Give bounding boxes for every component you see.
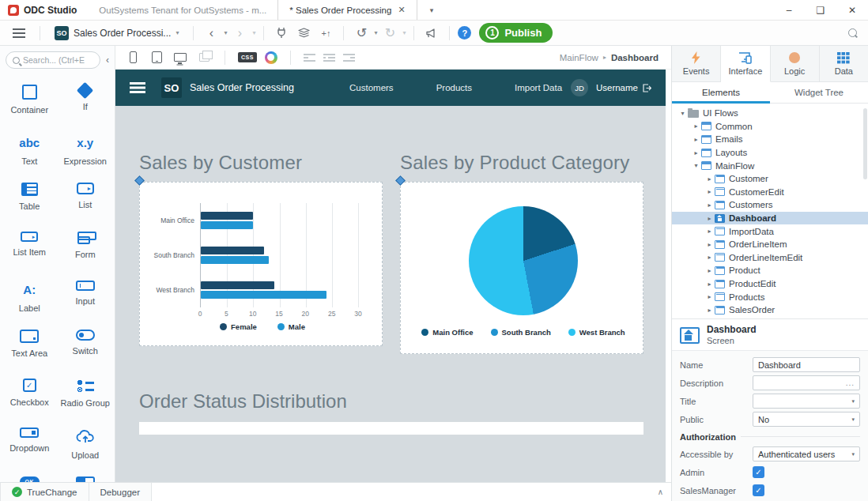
close-tab-icon[interactable]: ✕ — [398, 5, 405, 15]
undo-history-dropdown[interactable]: ▾ — [374, 29, 377, 36]
chevron-right-icon[interactable]: ▸ — [705, 188, 714, 195]
close-button[interactable]: ✕ — [836, 0, 868, 20]
chevron-right-icon[interactable]: ▸ — [705, 228, 714, 235]
username-menu[interactable]: Username — [596, 83, 651, 92]
chevron-right-icon[interactable]: ▸ — [705, 293, 714, 300]
chevron-right-icon[interactable]: ▸ — [692, 136, 700, 143]
app-logo-badge[interactable]: SO — [161, 77, 182, 98]
redo-button[interactable]: ↻ — [380, 24, 399, 43]
tab-logic[interactable]: Logic — [771, 46, 820, 81]
tree-item-orderlineitem[interactable]: ▸OrderLineItem — [672, 238, 868, 251]
toolbox-item-button[interactable]: OKButton — [2, 477, 58, 482]
tab-list-dropdown[interactable]: ▾ — [417, 0, 447, 20]
collapse-toolbox-icon[interactable]: ‹ — [104, 55, 111, 66]
order-status-widget[interactable] — [139, 422, 643, 435]
tree-item-product[interactable]: ▸Product — [672, 264, 868, 277]
toolbox-item-if[interactable]: If — [58, 85, 114, 118]
toolbox-item-expression[interactable]: x.yExpression — [58, 134, 114, 167]
chevron-right-icon[interactable]: ▸ — [705, 281, 714, 288]
tree-item-productedit[interactable]: ▸ProductEdit — [672, 277, 868, 291]
back-history-dropdown[interactable]: ▾ — [224, 29, 227, 36]
rotate-preview-icon[interactable] — [196, 50, 212, 66]
chevron-down-icon[interactable]: ▾ — [678, 110, 687, 117]
title-select[interactable]: ▾ — [753, 394, 860, 409]
tab-data[interactable]: Data — [820, 46, 868, 81]
truechange-tab[interactable]: ✓ TrueChange — [0, 483, 89, 501]
redo-history-dropdown[interactable]: ▾ — [402, 29, 406, 36]
tab-interface[interactable]: Interface — [721, 46, 770, 82]
toolbox-item-button[interactable]: Button — [58, 477, 114, 482]
chevron-right-icon[interactable]: ▸ — [705, 267, 714, 274]
menu-icon[interactable] — [13, 28, 25, 38]
selection-handle-icon[interactable] — [395, 175, 406, 186]
tree-item-salesorder[interactable]: ▸SalesOrder — [672, 303, 868, 317]
tree-item-ui-flows[interactable]: ▾UI Flows — [672, 107, 868, 120]
search-icon[interactable] — [843, 24, 862, 43]
debug-plug-icon[interactable] — [272, 24, 291, 43]
app-nav-link-products[interactable]: Products — [436, 83, 472, 92]
tree-scrollbar[interactable] — [863, 108, 867, 179]
desktop-preview-icon[interactable] — [172, 50, 188, 66]
toolbox-search[interactable] — [6, 51, 100, 69]
tab-events[interactable]: Events — [672, 46, 721, 81]
chevron-right-icon[interactable]: ▸ — [705, 215, 714, 222]
name-input[interactable]: Dashboard — [753, 357, 860, 372]
tree-item-orderlineitemedit[interactable]: ▸OrderLineItemEdit — [672, 251, 868, 265]
forward-history-dropdown[interactable]: ▾ — [252, 29, 255, 36]
breadcrumb-parent[interactable]: MainFlow — [560, 53, 598, 62]
accessible-by-select[interactable]: Authenticated users▾ — [753, 446, 860, 461]
chart2-heading[interactable]: Sales by Product Category — [400, 152, 643, 174]
app-nav-link-import-data[interactable]: Import Data — [515, 83, 562, 92]
pie-chart-widget[interactable]: Main OfficeSouth BranchWest Branch — [400, 182, 643, 354]
ai-assistant-icon[interactable] — [265, 51, 277, 64]
toolbox-item-input[interactable]: Input — [58, 281, 114, 314]
tree-item-customers[interactable]: ▸Customers — [672, 198, 868, 212]
ellipsis-expand-button[interactable]: ... — [846, 379, 855, 387]
chevron-down-icon[interactable]: ▾ — [692, 162, 700, 169]
chart1-heading[interactable]: Sales by Customer — [139, 152, 383, 174]
chevron-right-icon[interactable]: ▸ — [705, 202, 714, 209]
tree-item-common[interactable]: ▸Common — [672, 120, 868, 134]
tree-item-layouts[interactable]: ▸Layouts — [672, 146, 868, 160]
selection-handle-icon[interactable] — [134, 175, 145, 186]
user-avatar[interactable]: JD — [571, 79, 588, 96]
description-input[interactable]: ... — [753, 375, 860, 390]
feedback-megaphone-icon[interactable] — [422, 24, 441, 43]
tree-item-dashboard[interactable]: ▸Dashboard — [672, 212, 868, 225]
compare-merge-icon[interactable] — [294, 24, 313, 43]
toolbox-item-table[interactable]: Table — [2, 183, 58, 216]
app-nav-link-customers[interactable]: Customers — [349, 83, 394, 92]
toolbox-item-switch[interactable]: Switch — [58, 330, 114, 363]
toolbox-item-container[interactable]: Container — [2, 85, 58, 118]
chevron-right-icon[interactable]: ▸ — [692, 122, 700, 130]
environment-tab[interactable]: OutSystems Tenant for OutSystems - m... — [88, 0, 277, 20]
toolbox-item-checkbox[interactable]: ✓Checkbox — [2, 379, 58, 412]
subtab-widget-tree[interactable]: Widget Tree — [770, 82, 868, 103]
public-select[interactable]: No▾ — [753, 412, 860, 427]
maximize-button[interactable]: ❑ — [805, 0, 836, 20]
toolbox-search-input[interactable] — [23, 55, 85, 65]
undo-button[interactable]: ↺ — [352, 24, 371, 43]
collapse-panel-icon[interactable]: ∧ — [650, 483, 671, 501]
toolbox-item-radio-group[interactable]: Radio Group — [58, 379, 114, 412]
navigate-forward-button[interactable]: › — [230, 24, 249, 43]
align-center-icon[interactable] — [323, 53, 335, 62]
toolbox-item-label[interactable]: A:Label — [2, 281, 58, 314]
align-left-icon[interactable] — [304, 53, 315, 62]
module-selector[interactable]: SO Sales Order Processi... ▾ — [48, 24, 185, 43]
debugger-tab[interactable]: Debugger — [89, 483, 153, 501]
chart3-heading[interactable]: Order Status Distribution — [139, 390, 643, 412]
chevron-right-icon[interactable]: ▸ — [705, 307, 714, 314]
chevron-right-icon[interactable]: ▸ — [692, 149, 700, 156]
chevron-right-icon[interactable]: ▸ — [705, 254, 714, 261]
tree-item-products[interactable]: ▸Products — [672, 290, 868, 303]
module-tab[interactable]: * Sales Order Processing ✕ — [277, 0, 417, 20]
tree-item-customer[interactable]: ▸Customer — [672, 172, 868, 186]
tree-item-importdata[interactable]: ▸ImportData — [672, 224, 868, 238]
admin-checkbox[interactable]: ✓ — [753, 466, 764, 478]
help-icon[interactable]: ? — [458, 26, 471, 40]
phone-preview-icon[interactable] — [125, 50, 141, 66]
toolbox-item-dropdown[interactable]: Dropdown — [2, 428, 58, 461]
toolbox-item-text[interactable]: abcText — [2, 134, 58, 167]
toolbox-item-form[interactable]: Form — [58, 232, 114, 265]
